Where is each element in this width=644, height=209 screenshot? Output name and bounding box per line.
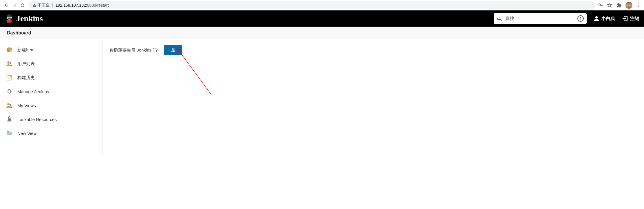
jenkins-logo-icon: [5, 13, 14, 24]
help-icon[interactable]: ?: [577, 15, 584, 22]
sidebar-item-manage-jenkins[interactable]: Manage Jenkins: [0, 85, 102, 98]
sidebar-item-label: 构建历史: [17, 75, 35, 80]
svg-point-8: [10, 16, 10, 17]
url-text: 192.168.107.132:8888/restart: [56, 3, 592, 8]
key-icon[interactable]: [598, 2, 603, 8]
breadcrumb-dashboard[interactable]: Dashboard: [7, 30, 31, 36]
svg-rect-6: [10, 20, 12, 23]
people-icon: [6, 102, 13, 109]
logout-link[interactable]: 注销: [622, 15, 639, 22]
main-panel: 你确定要重启 Jenkins 吗? 是: [103, 39, 644, 155]
svg-point-10: [10, 62, 11, 64]
jenkins-logo[interactable]: Jenkins: [5, 13, 43, 24]
gear-icon: [6, 88, 13, 95]
chevron-right-icon: [36, 31, 39, 35]
jenkins-brand-text: Jenkins: [16, 14, 43, 23]
sidebar-item-people[interactable]: 用户列表: [0, 57, 102, 71]
svg-point-1: [638, 5, 639, 6]
sidebar-item-label: Manage Jenkins: [17, 89, 49, 94]
svg-line-21: [179, 50, 211, 94]
sidebar-item-build-history[interactable]: 构建历史: [0, 71, 102, 85]
sidebar-item-my-views[interactable]: My Views: [0, 98, 102, 112]
svg-point-0: [638, 3, 639, 4]
lock-icon: [6, 116, 13, 123]
jenkins-header: Jenkins ? 小白典 注销: [0, 10, 644, 27]
sidebar-item-new-view[interactable]: New View: [0, 126, 102, 140]
svg-rect-4: [8, 19, 11, 23]
address-bar[interactable]: 不安全 | 192.168.107.132:8888/restart: [29, 1, 595, 9]
svg-point-2: [638, 6, 639, 7]
sidebar-item-lockable-resources[interactable]: Lockable Resources: [0, 112, 102, 126]
svg-point-7: [8, 16, 9, 17]
svg-point-17: [10, 104, 11, 106]
content-area: 新建Item 用户列表 构建历史 Manage Jenkins My Views: [0, 39, 644, 155]
profile-avatar[interactable]: [625, 2, 632, 9]
search-input[interactable]: [505, 16, 577, 21]
sidebar-item-label: 用户列表: [17, 61, 35, 67]
sidebar-item-new-item[interactable]: 新建Item: [0, 43, 102, 57]
sidebar-item-label: My Views: [17, 103, 36, 108]
notepad-icon: [6, 74, 13, 81]
star-icon[interactable]: [607, 2, 613, 8]
svg-point-16: [7, 103, 10, 105]
search-box[interactable]: ?: [494, 13, 587, 24]
user-icon: [594, 16, 599, 21]
menu-icon[interactable]: [636, 2, 642, 8]
confirm-text: 你确定要重启 Jenkins 吗?: [109, 47, 160, 53]
insecure-label: 不安全: [38, 3, 50, 8]
svg-rect-5: [7, 20, 8, 23]
search-icon: [497, 16, 503, 21]
url-separator: |: [52, 3, 53, 8]
logout-icon: [622, 15, 628, 22]
forward-button[interactable]: [10, 1, 19, 9]
insecure-warning: 不安全: [32, 3, 50, 8]
yes-button[interactable]: 是: [164, 45, 182, 55]
sidebar: 新建Item 用户列表 构建历史 Manage Jenkins My Views: [0, 39, 103, 155]
user-link[interactable]: 小白典: [594, 16, 615, 22]
people-icon: [6, 60, 13, 67]
sidebar-item-label: 新建Item: [17, 47, 34, 53]
breadcrumb: Dashboard: [0, 27, 644, 39]
package-icon: [6, 46, 13, 53]
confirm-row: 你确定要重启 Jenkins 吗? 是: [109, 45, 637, 55]
folder-icon: [6, 130, 13, 137]
logout-label: 注销: [630, 16, 639, 22]
user-label: 小白典: [601, 16, 615, 22]
svg-point-20: [9, 119, 10, 120]
sidebar-item-label: Lockable Resources: [17, 117, 57, 122]
back-button[interactable]: [2, 1, 10, 9]
browser-toolbar: 不安全 | 192.168.107.132:8888/restart: [0, 0, 644, 10]
sidebar-item-label: New View: [17, 131, 36, 136]
browser-right-icons: [598, 2, 642, 9]
annotation-arrow: [176, 48, 217, 100]
reload-button[interactable]: [19, 1, 27, 9]
extensions-icon[interactable]: [616, 2, 622, 8]
svg-point-9: [7, 61, 10, 64]
